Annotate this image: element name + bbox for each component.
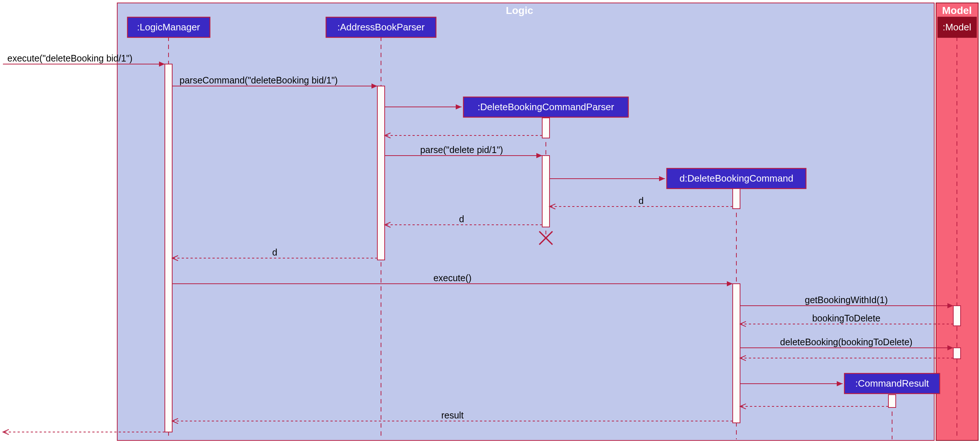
activation-addressbookparser: [377, 86, 385, 260]
sequence-diagram: Logic Model :LogicManager :AddressBookPa…: [0, 0, 980, 443]
activation-commandresult: [888, 395, 896, 408]
activation-model-2: [953, 348, 961, 359]
participant-model-label: :Model: [943, 22, 971, 33]
msg-return-d3-label: d: [272, 247, 277, 257]
msg-execute-empty-label: execute(): [433, 273, 471, 283]
msg-parse-label: parse("delete pid/1"): [420, 144, 503, 155]
activation-dbc-2: [733, 284, 740, 423]
participant-addressbookparser-label: :AddressBookParser: [337, 22, 425, 33]
msg-deletebooking-label: deleteBooking(bookingToDelete): [780, 337, 912, 347]
msg-parsecommand-label: parseCommand("deleteBooking bid/1"): [180, 75, 338, 85]
activation-logicmanager: [165, 64, 172, 432]
logic-frame: [117, 3, 934, 440]
participant-deletebookingcommand-label: d:DeleteBookingCommand: [679, 173, 794, 184]
participant-logicmanager-label: :LogicManager: [137, 22, 200, 33]
model-frame: [936, 3, 978, 440]
activation-model-1: [953, 306, 961, 326]
participant-commandresult-label: :CommandResult: [856, 378, 929, 389]
activation-dbcp-1: [542, 118, 549, 138]
activation-dbc-1: [733, 189, 740, 209]
logic-frame-label: Logic: [506, 5, 533, 16]
model-frame-label: Model: [942, 5, 972, 16]
msg-return-d2-label: d: [459, 214, 464, 224]
msg-return-d1-label: d: [638, 195, 644, 206]
activation-dbcp-2: [542, 156, 549, 227]
msg-bookingtodelete-label: bookingToDelete: [812, 313, 880, 323]
msg-getbookingwithid-label: getBookingWithId(1): [805, 295, 888, 305]
participant-deletebookingcommandparser-label: :DeleteBookingCommandParser: [478, 102, 614, 113]
msg-execute-label: execute("deleteBooking bid/1"): [7, 53, 133, 64]
msg-result-label: result: [441, 410, 463, 420]
